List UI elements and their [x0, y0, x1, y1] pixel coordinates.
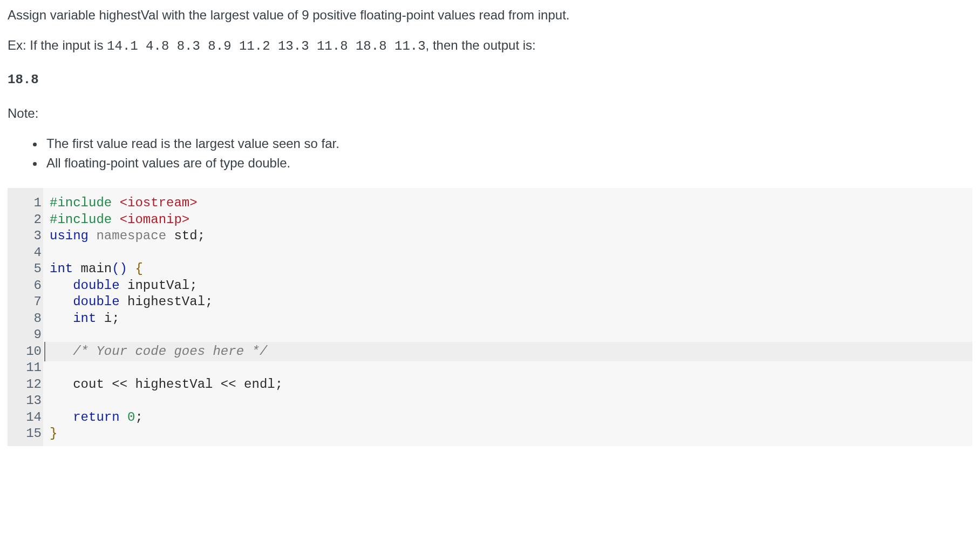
code-token — [127, 261, 135, 276]
example-prefix: Ex: If the input is — [8, 38, 107, 52]
code-token: << — [104, 377, 135, 392]
code-token: int — [73, 311, 104, 326]
code-token: /* Your code goes here */ — [73, 344, 267, 359]
code-token — [50, 410, 73, 425]
code-token: double — [73, 294, 127, 309]
code-token: int — [50, 261, 81, 276]
code-token: cout — [73, 377, 104, 392]
code-token: ; — [112, 311, 119, 326]
code-token: ; — [189, 278, 197, 293]
code-token: ; — [275, 377, 283, 392]
code-line-content[interactable]: } — [45, 424, 972, 443]
line-number-row: 1 — [12, 193, 43, 210]
code-line-content[interactable]: cout << highestVal << endl; — [45, 375, 972, 394]
code-line[interactable]: using namespace std; — [45, 226, 972, 243]
example-output: 18.8 — [8, 70, 972, 90]
code-token — [50, 278, 73, 293]
line-number-row: 11 — [12, 358, 43, 375]
line-number-row: 14 — [12, 408, 43, 425]
code-token: <iomanip> — [120, 212, 190, 227]
code-token: endl — [244, 377, 275, 392]
line-number-row: 2 — [12, 210, 43, 227]
example-suffix: , then the output is: — [426, 38, 536, 52]
code-token: } — [50, 426, 57, 441]
code-token: double — [73, 278, 127, 293]
line-number-row: 7 — [12, 292, 43, 309]
code-area[interactable]: #include <iostream>#include <iomanip>usi… — [43, 188, 972, 446]
code-line[interactable]: #include <iostream> — [45, 193, 972, 210]
code-token: using — [50, 228, 96, 243]
code-token — [50, 311, 73, 326]
code-token: #include — [50, 212, 120, 227]
code-token: #include — [50, 196, 120, 210]
line-number-row: 10 — [12, 342, 43, 359]
line-number: 15 — [12, 424, 43, 443]
code-line[interactable]: /* Your code goes here */ — [45, 342, 972, 359]
line-number-row: 15 — [12, 424, 43, 441]
code-token — [50, 294, 73, 309]
note-label: Note: — [8, 104, 972, 123]
line-number-row: 5 — [12, 259, 43, 276]
code-gutter: 123456789101112131415 — [8, 188, 43, 446]
code-line[interactable]: } — [45, 424, 972, 441]
code-token: 0 — [127, 410, 135, 425]
example-line: Ex: If the input is 14.1 4.8 8.3 8.9 11.… — [8, 36, 972, 56]
code-line[interactable]: cout << highestVal << endl; — [45, 375, 972, 392]
code-line[interactable]: return 0; — [45, 408, 972, 425]
code-line-content[interactable]: using namespace std; — [45, 226, 972, 246]
code-token: return — [73, 410, 127, 425]
note-item: All floating-point values are of type do… — [44, 153, 972, 173]
line-number-row: 9 — [12, 325, 43, 342]
code-line-content[interactable]: int i; — [45, 309, 972, 328]
code-token: i — [104, 311, 112, 326]
code-token: highestVal — [127, 294, 205, 309]
code-token: << — [213, 377, 244, 392]
code-line-content[interactable]: /* Your code goes here */ — [44, 342, 972, 361]
line-number-row: 3 — [12, 226, 43, 243]
code-line[interactable]: double highestVal; — [45, 292, 972, 309]
example-input: 14.1 4.8 8.3 8.9 11.2 13.3 11.8 18.8 11.… — [107, 39, 426, 53]
line-number-row: 8 — [12, 309, 43, 326]
notes-list: The first value read is the largest valu… — [8, 134, 972, 173]
line-number-row: 12 — [12, 375, 43, 392]
note-item: The first value read is the largest valu… — [44, 134, 972, 153]
code-token: std — [174, 228, 197, 243]
code-editor[interactable]: 123456789101112131415 #include <iostream… — [8, 188, 972, 446]
code-token: <iostream> — [120, 196, 198, 210]
code-token: ; — [135, 410, 142, 425]
code-token: namespace — [96, 228, 174, 243]
line-number-row: 4 — [12, 243, 43, 260]
code-token: inputVal — [127, 278, 189, 293]
code-token: ; — [205, 294, 213, 309]
line-number-row: 13 — [12, 391, 43, 408]
problem-statement: Assign variable highestVal with the larg… — [8, 5, 972, 25]
code-token: highestVal — [135, 377, 213, 392]
code-token: { — [135, 261, 142, 276]
code-token: main — [81, 261, 112, 276]
code-line[interactable]: int main() { — [45, 259, 972, 276]
code-token — [50, 344, 73, 359]
code-token: ; — [198, 228, 205, 243]
prompt-text: Assign variable highestVal with the larg… — [8, 8, 569, 22]
code-token: () — [112, 261, 127, 276]
line-number-row: 6 — [12, 276, 43, 293]
code-line[interactable]: double inputVal; — [45, 276, 972, 293]
code-line[interactable]: #include <iomanip> — [45, 210, 972, 227]
code-token — [50, 377, 73, 392]
code-line[interactable]: int i; — [45, 309, 972, 326]
